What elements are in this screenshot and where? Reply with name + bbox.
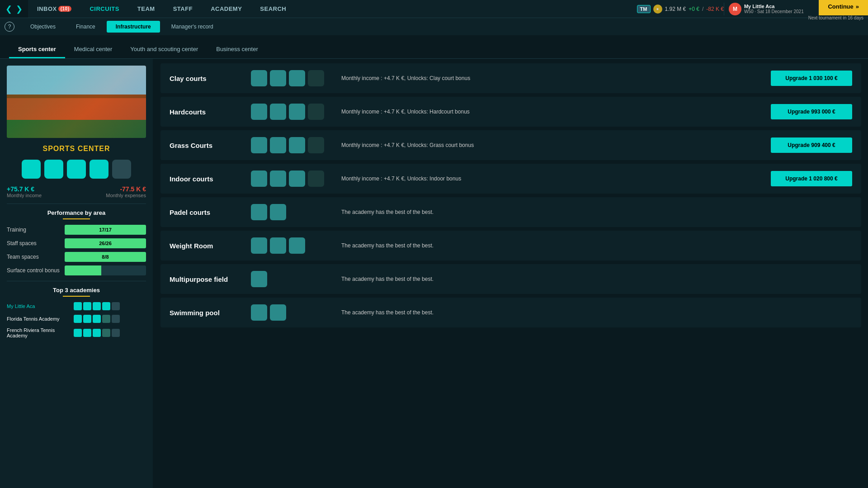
sub-nav-infrastructure[interactable]: Infrastructure	[107, 21, 160, 33]
sub-nav-managers-record[interactable]: Manager's record	[162, 21, 222, 33]
academy-row-1: My Little Aca	[7, 302, 146, 310]
multipurpose-field-name: Multipurpose field	[170, 275, 242, 283]
hardcourts-name: Hardcourts	[170, 108, 242, 116]
finance-row: +75.7 K € Monthly income -77.5 K € Month…	[7, 185, 146, 198]
profile-info: My Little Aca W50 · Sat 18 December 2021	[744, 4, 804, 14]
sub-nav-finance[interactable]: Finance	[67, 21, 104, 33]
facility-weight-room: Weight Room The academy has the best of …	[160, 231, 861, 261]
multipurpose-field-stars	[251, 271, 332, 287]
clay-courts-desc: Monthly income : +4.7 K €, Unlocks: Clay…	[341, 75, 762, 81]
tm-badge: TM	[637, 5, 651, 13]
nav-right: TM ● 1.92 M € +0 € / -82 K € M My Little…	[637, 0, 868, 20]
clay-courts-upgrade-btn[interactable]: Upgrade 1 030 100 €	[771, 71, 852, 86]
academy-1-stars	[74, 302, 120, 310]
star-2	[44, 160, 63, 179]
swimming-pool-name: Swimming pool	[170, 309, 242, 317]
indoor-courts-desc: Monthly income : +4.7 K €, Unlocks: Indo…	[341, 175, 762, 182]
help-icon[interactable]: ?	[5, 22, 14, 32]
main-content: SPORTS CENTER +75.7 K € Monthly income -…	[0, 59, 868, 488]
facility-indoor-courts: Indoor courts Monthly income : +4.7 K €,…	[160, 164, 861, 194]
nav-items: INBOX (10) CIRCUITS TEAM STAFF ACADEMY S…	[28, 0, 637, 18]
padel-courts-name: Padel courts	[170, 208, 242, 216]
facility-hardcourts: Hardcourts Monthly income : +4.7 K €, Un…	[160, 97, 861, 127]
monthly-expenses-label: Monthly expenses	[106, 193, 146, 198]
star-1	[22, 160, 41, 179]
indoor-courts-upgrade-btn[interactable]: Upgrade 1 020 800 €	[771, 171, 852, 186]
academy-3-stars	[74, 329, 120, 337]
inbox-badge: (10)	[58, 6, 72, 12]
clay-courts-name: Clay courts	[170, 75, 242, 82]
academy-3-name: French Riviera Tennis Academy	[7, 327, 70, 338]
perf-title: Performance by area	[7, 209, 146, 216]
facility-title: SPORTS CENTER	[7, 145, 146, 153]
nav-academy[interactable]: ACADEMY	[202, 0, 251, 18]
padel-courts-stars	[251, 204, 332, 220]
profile-name: My Little Aca	[744, 4, 804, 9]
coin-icon: ●	[653, 5, 662, 14]
facility-clay-courts: Clay courts Monthly income : +4.7 K €, U…	[160, 63, 861, 93]
profile-area[interactable]: M My Little Aca W50 · Sat 18 December 20…	[724, 3, 808, 15]
nav-arrows: ❮ ❯	[0, 0, 28, 18]
indoor-courts-stars	[251, 171, 332, 187]
expense-amount: -82 K €	[706, 6, 724, 12]
tab-medical-center[interactable]: Medical center	[65, 41, 122, 58]
nav-search[interactable]: SEARCH	[251, 0, 295, 18]
hardcourts-upgrade-btn[interactable]: Upgrade 993 000 €	[771, 104, 852, 119]
weight-room-name: Weight Room	[170, 242, 242, 250]
academy-2-stars	[74, 315, 120, 323]
nav-team[interactable]: TEAM	[128, 0, 164, 18]
hardcourts-desc: Monthly income : +4.7 K €, Unlocks: Hard…	[341, 109, 762, 115]
continue-button[interactable]: Continue »	[819, 0, 868, 15]
tab-business-center[interactable]: Business center	[207, 41, 267, 58]
top-nav: ❮ ❯ INBOX (10) CIRCUITS TEAM STAFF ACADE…	[0, 0, 868, 18]
nav-forward[interactable]: ❯	[14, 4, 24, 14]
monthly-expenses-val: -77.5 K €	[106, 185, 146, 193]
star-4	[90, 160, 108, 179]
avatar: M	[729, 3, 741, 15]
perf-underline	[63, 218, 90, 219]
grass-courts-stars	[251, 137, 332, 153]
tab-sports-center[interactable]: Sports center	[9, 41, 65, 58]
academy-1-name: My Little Aca	[7, 303, 70, 309]
stars-row	[7, 160, 146, 179]
weight-room-desc: The academy has the best of the best.	[341, 242, 852, 249]
perf-team-spaces: Team spaces 8/8	[7, 252, 146, 262]
multipurpose-field-desc: The academy has the best of the best.	[341, 276, 852, 282]
top3-title: Top 3 academies	[7, 287, 146, 294]
sub-nav-objectives[interactable]: Objectives	[21, 21, 65, 33]
income-amount: +0 €	[689, 6, 699, 12]
facility-grass-courts: Grass Courts Monthly income : +4.7 K €, …	[160, 130, 861, 160]
right-panel: Clay courts Monthly income : +4.7 K €, U…	[154, 59, 868, 488]
academy-row-3: French Riviera Tennis Academy	[7, 327, 146, 338]
grass-courts-desc: Monthly income : +4.7 K €, Unlocks: Gras…	[341, 142, 762, 148]
nav-staff[interactable]: STAFF	[164, 0, 202, 18]
grass-courts-upgrade-btn[interactable]: Upgrade 909 400 €	[771, 137, 852, 153]
tab-bar: Sports center Medical center Youth and s…	[0, 36, 868, 59]
star-3	[67, 160, 86, 179]
perf-surface-control: Surface control bonus	[7, 265, 146, 275]
indoor-courts-name: Indoor courts	[170, 175, 242, 183]
nav-circuits[interactable]: CIRCUITS	[80, 0, 128, 18]
weight-room-stars	[251, 237, 332, 254]
nav-back[interactable]: ❮	[4, 4, 14, 14]
monthly-income-val: +75.7 K €	[7, 185, 42, 193]
nav-inbox[interactable]: INBOX (10)	[28, 0, 80, 18]
hardcourts-stars	[251, 104, 332, 120]
left-panel: SPORTS CENTER +75.7 K € Monthly income -…	[0, 59, 154, 488]
facility-image	[7, 66, 146, 138]
facility-multipurpose-field: Multipurpose field The academy has the b…	[160, 264, 861, 294]
money-amount: 1.92 M €	[665, 6, 686, 12]
money-display: TM ● 1.92 M € +0 € / -82 K €	[637, 5, 724, 14]
top3-underline	[63, 296, 90, 297]
tab-youth-scouting[interactable]: Youth and scouting center	[121, 41, 207, 58]
next-tournament: Next tournament in 16 days	[808, 15, 868, 20]
star-5	[112, 160, 131, 179]
grass-courts-name: Grass Courts	[170, 142, 242, 149]
perf-training: Training 17/17	[7, 225, 146, 235]
swimming-pool-stars	[251, 304, 332, 321]
swimming-pool-desc: The academy has the best of the best.	[341, 309, 852, 316]
academy-row-2: Florida Tennis Academy	[7, 315, 146, 323]
sub-nav: ? Objectives Finance Infrastructure Mana…	[0, 18, 868, 36]
profile-date: W50 · Sat 18 December 2021	[744, 9, 804, 14]
monthly-income-label: Monthly income	[7, 193, 42, 198]
